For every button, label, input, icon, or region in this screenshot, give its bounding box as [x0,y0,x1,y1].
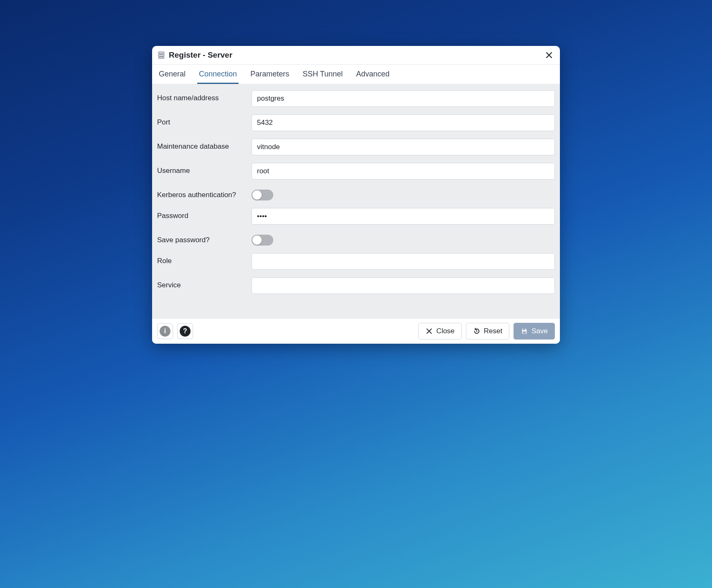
help-icon: ? [180,326,191,337]
label-port: Port [157,114,245,127]
svg-rect-5 [523,332,526,334]
row-maintenance-db: Maintenance database [157,139,555,155]
label-password: Password [157,208,245,220]
row-port: Port [157,114,555,131]
connection-form: Host name/address Port Maintenance datab… [152,84,560,318]
row-username: Username [157,163,555,180]
dialog-footer: i ? Close Reset Save [152,318,560,344]
close-button-label: Close [436,327,454,335]
close-icon [425,327,433,335]
dialog-close-button[interactable] [543,49,555,61]
label-service: Service [157,277,245,289]
tab-advanced[interactable]: Advanced [354,65,391,84]
server-icon [157,51,165,59]
service-input[interactable] [252,277,555,294]
host-input[interactable] [252,90,555,107]
port-input[interactable] [252,114,555,131]
row-kerberos: Kerberos authentication? [157,187,555,200]
dialog-tabs: General Connection Parameters SSH Tunnel… [152,65,560,84]
label-role: Role [157,253,245,265]
save-icon [521,327,528,335]
svg-rect-4 [523,329,525,330]
tab-parameters[interactable]: Parameters [249,65,291,84]
maintenance-db-input[interactable] [252,139,555,155]
kerberos-toggle[interactable] [252,190,273,200]
svg-rect-0 [158,52,164,54]
row-save-password: Save password? [157,232,555,246]
tab-general[interactable]: General [157,65,187,84]
dialog-title: Register - Server [169,51,540,60]
svg-point-3 [476,331,477,332]
dialog-header: Register - Server [152,46,560,65]
help-button[interactable]: ? [177,323,193,339]
info-button[interactable]: i [157,323,173,339]
info-icon: i [160,326,170,337]
row-role: Role [157,253,555,270]
reset-icon [473,327,481,335]
username-input[interactable] [252,163,555,180]
label-host: Host name/address [157,90,245,102]
reset-button[interactable]: Reset [466,323,509,340]
register-server-dialog: Register - Server General Connection Par… [152,46,560,344]
label-maintenance-db: Maintenance database [157,139,245,151]
label-username: Username [157,163,245,175]
role-input[interactable] [252,253,555,270]
save-password-toggle[interactable] [252,235,273,246]
svg-rect-2 [158,57,164,58]
svg-rect-1 [158,54,164,56]
label-kerberos: Kerberos authentication? [157,187,245,199]
tab-ssh-tunnel[interactable]: SSH Tunnel [301,65,344,84]
password-input[interactable] [252,208,555,225]
tab-connection[interactable]: Connection [197,65,239,84]
label-save-password: Save password? [157,232,245,244]
row-password: Password [157,208,555,225]
save-button-label: Save [531,327,548,335]
row-service: Service [157,277,555,294]
close-icon [545,51,553,59]
save-button[interactable]: Save [514,323,555,340]
close-button[interactable]: Close [418,323,461,340]
row-host: Host name/address [157,90,555,107]
reset-button-label: Reset [484,327,502,335]
